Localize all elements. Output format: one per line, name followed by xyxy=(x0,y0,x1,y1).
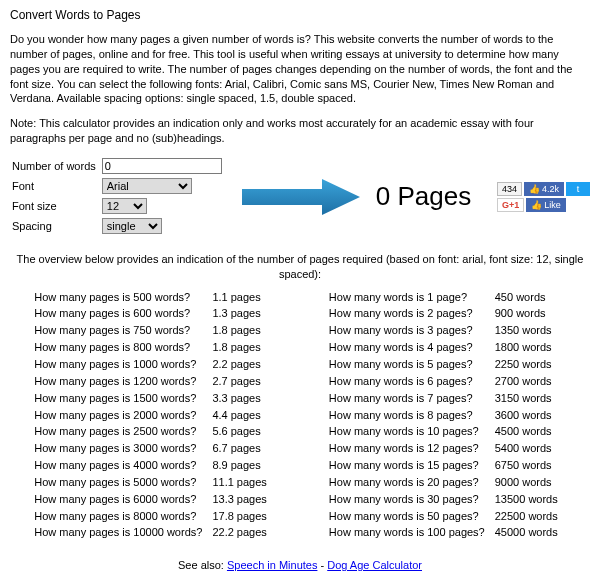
table-row: How many words is 1 page?450 words xyxy=(329,290,566,305)
twitter-button[interactable]: t xyxy=(566,182,590,196)
table-row: How many pages is 3000 words?6.7 pages xyxy=(34,441,275,456)
answer-cell: 3150 words xyxy=(495,391,566,406)
link-speech-minutes[interactable]: Speech in Minutes xyxy=(227,559,318,571)
footer: See also: Speech in Minutes - Dog Age Ca… xyxy=(10,558,590,577)
answer-cell: 22.2 pages xyxy=(212,525,274,540)
fb-like-button[interactable]: 👍4.2k xyxy=(524,182,564,196)
question-cell: How many pages is 2500 words? xyxy=(34,424,210,439)
question-cell: How many pages is 10000 words? xyxy=(34,525,210,540)
question-cell: How many words is 5 pages? xyxy=(329,357,493,372)
font-label: Font xyxy=(12,178,100,196)
question-cell: How many words is 1 page? xyxy=(329,290,493,305)
arrow-icon xyxy=(232,177,372,217)
question-cell: How many words is 3 pages? xyxy=(329,323,493,338)
share-count-button[interactable]: 434 xyxy=(497,182,522,196)
question-cell: How many words is 12 pages? xyxy=(329,441,493,456)
question-cell: How many pages is 8000 words? xyxy=(34,509,210,524)
result-number: 0 xyxy=(376,181,390,211)
question-cell: How many words is 15 pages? xyxy=(329,458,493,473)
answer-cell: 1800 words xyxy=(495,340,566,355)
size-select[interactable]: 12 xyxy=(102,198,147,214)
table-row: How many words is 7 pages?3150 words xyxy=(329,391,566,406)
table-row: How many words is 12 pages?5400 words xyxy=(329,441,566,456)
answer-cell: 1.8 pages xyxy=(212,323,274,338)
question-cell: How many pages is 4000 words? xyxy=(34,458,210,473)
question-cell: How many pages is 1000 words? xyxy=(34,357,210,372)
question-cell: How many pages is 1500 words? xyxy=(34,391,210,406)
table-row: How many words is 100 pages?45000 words xyxy=(329,525,566,540)
gplus-button[interactable]: G+1 xyxy=(497,198,524,212)
answer-cell: 2.2 pages xyxy=(212,357,274,372)
words-to-pages-table: How many pages is 500 words?1.1 pagesHow… xyxy=(32,288,277,543)
table-row: How many words is 5 pages?2250 words xyxy=(329,357,566,372)
question-cell: How many pages is 500 words? xyxy=(34,290,210,305)
answer-cell: 1.1 pages xyxy=(212,290,274,305)
answer-cell: 5.6 pages xyxy=(212,424,274,439)
thumb-up-icon: 👍 xyxy=(529,184,540,194)
question-cell: How many pages is 3000 words? xyxy=(34,441,210,456)
answer-cell: 1.8 pages xyxy=(212,340,274,355)
page-title: Convert Words to Pages xyxy=(10,8,590,22)
table-row: How many pages is 8000 words?17.8 pages xyxy=(34,509,275,524)
social-buttons: 434 👍4.2k t G+1 👍Like xyxy=(497,182,590,212)
overview-tables: How many pages is 500 words?1.1 pagesHow… xyxy=(10,288,590,543)
answer-cell: 11.1 pages xyxy=(212,475,274,490)
answer-cell: 6.7 pages xyxy=(212,441,274,456)
table-row: How many pages is 600 words?1.3 pages xyxy=(34,306,275,321)
words-label: Number of words xyxy=(12,158,100,176)
question-cell: How many words is 2 pages? xyxy=(329,306,493,321)
table-row: How many pages is 2500 words?5.6 pages xyxy=(34,424,275,439)
answer-cell: 2700 words xyxy=(495,374,566,389)
table-row: How many pages is 4000 words?8.9 pages xyxy=(34,458,275,473)
see-also-label: See also: xyxy=(178,559,224,571)
question-cell: How many pages is 5000 words? xyxy=(34,475,210,490)
question-cell: How many words is 100 pages? xyxy=(329,525,493,540)
spacing-select[interactable]: single xyxy=(102,218,162,234)
answer-cell: 17.8 pages xyxy=(212,509,274,524)
question-cell: How many words is 10 pages? xyxy=(329,424,493,439)
answer-cell: 13.3 pages xyxy=(212,492,274,507)
question-cell: How many words is 30 pages? xyxy=(329,492,493,507)
link-dog-age[interactable]: Dog Age Calculator xyxy=(327,559,422,571)
table-row: How many words is 20 pages?9000 words xyxy=(329,475,566,490)
font-select[interactable]: Arial xyxy=(102,178,192,194)
answer-cell: 4.4 pages xyxy=(212,408,274,423)
table-row: How many pages is 500 words?1.1 pages xyxy=(34,290,275,305)
twitter-icon: t xyxy=(577,184,580,194)
answer-cell: 22500 words xyxy=(495,509,566,524)
size-label: Font size xyxy=(12,198,100,216)
spacing-label: Spacing xyxy=(12,218,100,236)
question-cell: How many words is 50 pages? xyxy=(329,509,493,524)
table-row: How many words is 6 pages?2700 words xyxy=(329,374,566,389)
answer-cell: 450 words xyxy=(495,290,566,305)
question-cell: How many pages is 750 words? xyxy=(34,323,210,338)
question-cell: How many pages is 1200 words? xyxy=(34,374,210,389)
question-cell: How many pages is 6000 words? xyxy=(34,492,210,507)
words-input[interactable] xyxy=(102,158,222,174)
table-row: How many pages is 6000 words?13.3 pages xyxy=(34,492,275,507)
table-row: How many words is 8 pages?3600 words xyxy=(329,408,566,423)
table-row: How many pages is 750 words?1.8 pages xyxy=(34,323,275,338)
question-cell: How many pages is 2000 words? xyxy=(34,408,210,423)
answer-cell: 13500 words xyxy=(495,492,566,507)
answer-cell: 45000 words xyxy=(495,525,566,540)
result-display: 0 Pages xyxy=(376,181,471,212)
answer-cell: 1350 words xyxy=(495,323,566,338)
converter-row: Number of words Font Arial Font size 12 … xyxy=(10,156,590,238)
table-row: How many words is 3 pages?1350 words xyxy=(329,323,566,338)
thumb-up-icon: 👍 xyxy=(531,200,542,210)
table-row: How many words is 30 pages?13500 words xyxy=(329,492,566,507)
answer-cell: 8.9 pages xyxy=(212,458,274,473)
note-text: Note: This calculator provides an indica… xyxy=(10,116,590,146)
table-row: How many pages is 800 words?1.8 pages xyxy=(34,340,275,355)
result-unit: Pages xyxy=(397,181,471,211)
question-cell: How many words is 8 pages? xyxy=(329,408,493,423)
question-cell: How many pages is 800 words? xyxy=(34,340,210,355)
fb-like-button-2[interactable]: 👍Like xyxy=(526,198,566,212)
overview-intro: The overview below provides an indicatio… xyxy=(10,252,590,282)
answer-cell: 4500 words xyxy=(495,424,566,439)
table-row: How many pages is 1000 words?2.2 pages xyxy=(34,357,275,372)
answer-cell: 900 words xyxy=(495,306,566,321)
intro-text: Do you wonder how many pages a given num… xyxy=(10,32,590,106)
answer-cell: 3.3 pages xyxy=(212,391,274,406)
